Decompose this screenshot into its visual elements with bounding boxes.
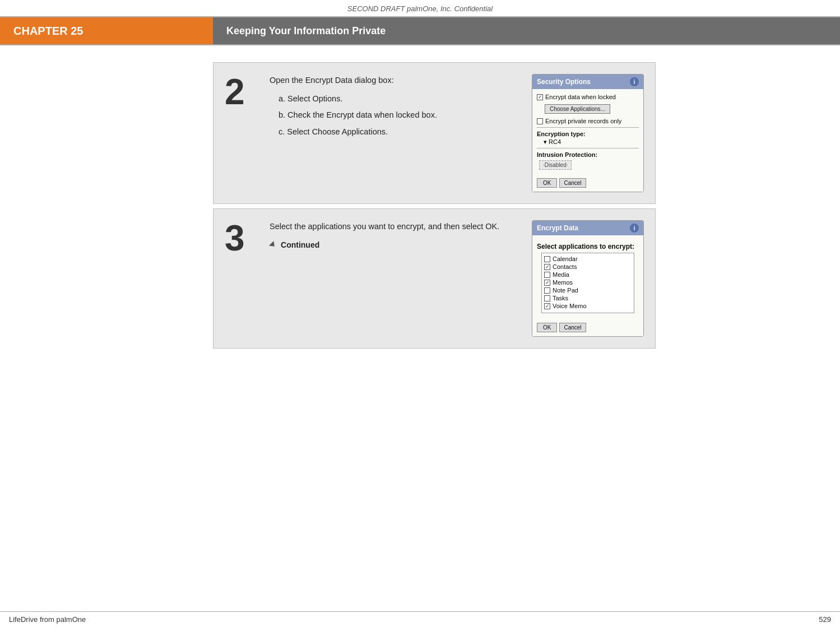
- security-options-title: Security Options: [537, 78, 591, 86]
- chapter-label: CHAPTER 25: [0, 17, 213, 44]
- security-options-footer: OK Cancel: [532, 175, 643, 192]
- choose-applications-button[interactable]: Choose Applications...: [545, 104, 610, 114]
- footer-left: LifeDrive from palmOne: [9, 615, 86, 624]
- app-label-0: Calendar: [553, 256, 578, 262]
- choose-applications-row: Choose Applications...: [537, 103, 639, 115]
- encryption-type-label: Encryption type:: [537, 131, 639, 137]
- app-label-6: Voice Memo: [553, 303, 587, 309]
- encrypt-data-title: Encrypt Data: [537, 224, 578, 232]
- app-label-5: Tasks: [553, 295, 568, 301]
- continued-arrow-icon: [269, 241, 277, 249]
- encrypt-data-title-bar: Encrypt Data i: [532, 221, 643, 235]
- app-row-2: Media: [544, 271, 632, 278]
- select-apps-label: Select applications to encrypt:: [537, 243, 639, 250]
- app-checkbox-2[interactable]: [544, 272, 550, 278]
- app-label-4: Note Pad: [553, 287, 578, 294]
- step-2-number: 2: [225, 74, 258, 192]
- footer: LifeDrive from palmOne 529: [0, 611, 840, 627]
- step-3-text: Select the applications you want to encr…: [270, 220, 521, 337]
- encrypt-data-info-icon: i: [630, 224, 639, 233]
- app-row-6: ✓Voice Memo: [544, 303, 632, 309]
- step-2-intro: Open the Encrypt Data dialog box:: [270, 74, 521, 87]
- app-checkbox-1[interactable]: ✓: [544, 264, 550, 270]
- separator-1: [537, 127, 639, 128]
- encrypt-locked-checkbox[interactable]: ✓: [537, 94, 543, 100]
- encrypt-data-body: Select applications to encrypt: Calendar…: [532, 235, 643, 320]
- step-2-item-b: b. Check the Encrypt data when locked bo…: [279, 109, 521, 122]
- steps-container: 2 Open the Encrypt Data dialog box: a. S…: [213, 62, 656, 353]
- rc4-radio[interactable]: ▾ RC4: [544, 138, 561, 146]
- app-checkbox-5[interactable]: [544, 295, 550, 301]
- step-3-desc: Select the applications you want to encr…: [270, 220, 521, 233]
- header-bar: CHAPTER 25 Keeping Your Information Priv…: [0, 16, 840, 45]
- encrypt-when-locked-row: ✓ Encrypt data when locked: [537, 94, 639, 100]
- app-label-1: Contacts: [553, 263, 577, 270]
- security-options-title-bar: Security Options i: [532, 75, 643, 89]
- encrypt-cancel-button[interactable]: Cancel: [559, 323, 586, 332]
- encrypt-private-checkbox[interactable]: [537, 118, 543, 124]
- app-row-0: Calendar: [544, 256, 632, 262]
- separator-2: [537, 148, 639, 148]
- security-ok-button[interactable]: OK: [537, 178, 557, 188]
- encrypt-ok-button[interactable]: OK: [537, 323, 557, 332]
- continued-label: Continued: [281, 240, 319, 249]
- encrypt-private-label: Encrypt private records only: [545, 118, 621, 124]
- intrusion-dropdown[interactable]: ·Disabled·: [539, 160, 572, 170]
- app-label-2: Media: [553, 271, 569, 278]
- app-row-4: Note Pad: [544, 287, 632, 294]
- step-2-item-c: c. Select Choose Applications.: [279, 126, 521, 138]
- app-checkbox-6[interactable]: ✓: [544, 303, 550, 309]
- step-2-card: 2 Open the Encrypt Data dialog box: a. S…: [213, 62, 656, 204]
- app-row-3: ✓Memos: [544, 279, 632, 286]
- main-content: 2 Open the Encrypt Data dialog box: a. S…: [0, 45, 840, 370]
- watermark: SECOND DRAFT palmOne, Inc. Confidential: [0, 0, 840, 16]
- app-row-1: ✓Contacts: [544, 263, 632, 270]
- app-row-5: Tasks: [544, 295, 632, 301]
- encrypt-data-panel: Encrypt Data i Select applications to en…: [532, 220, 644, 337]
- encrypt-locked-label: Encrypt data when locked: [545, 94, 616, 100]
- security-cancel-button[interactable]: Cancel: [559, 178, 586, 188]
- step-2-text: Open the Encrypt Data dialog box: a. Sel…: [270, 74, 521, 192]
- footer-right: 529: [819, 615, 831, 624]
- security-options-body: ✓ Encrypt data when locked Choose Applic…: [532, 89, 643, 175]
- encrypt-private-row: Encrypt private records only: [537, 118, 639, 124]
- step-3-card: 3 Select the applications you want to en…: [213, 208, 656, 349]
- step-2-item-a: a. Select Options.: [279, 92, 521, 105]
- apps-list: Calendar✓ContactsMedia✓MemosNote PadTask…: [541, 253, 634, 313]
- app-checkbox-0[interactable]: [544, 256, 550, 262]
- security-options-panel: Security Options i ✓ Encrypt data when l…: [532, 74, 644, 192]
- app-checkbox-3[interactable]: ✓: [544, 280, 550, 286]
- chapter-title: Keeping Your Information Private: [213, 17, 840, 44]
- encrypt-data-footer: OK Cancel: [532, 320, 643, 336]
- app-label-3: Memos: [553, 279, 573, 286]
- encryption-type-value: ▾ RC4: [544, 138, 639, 146]
- step-3-number: 3: [225, 220, 258, 337]
- app-checkbox-4[interactable]: [544, 287, 550, 294]
- step-3-continued: Continued: [270, 239, 521, 252]
- intrusion-protection-label: Intrusion Protection:: [537, 151, 639, 158]
- info-icon: i: [630, 77, 639, 86]
